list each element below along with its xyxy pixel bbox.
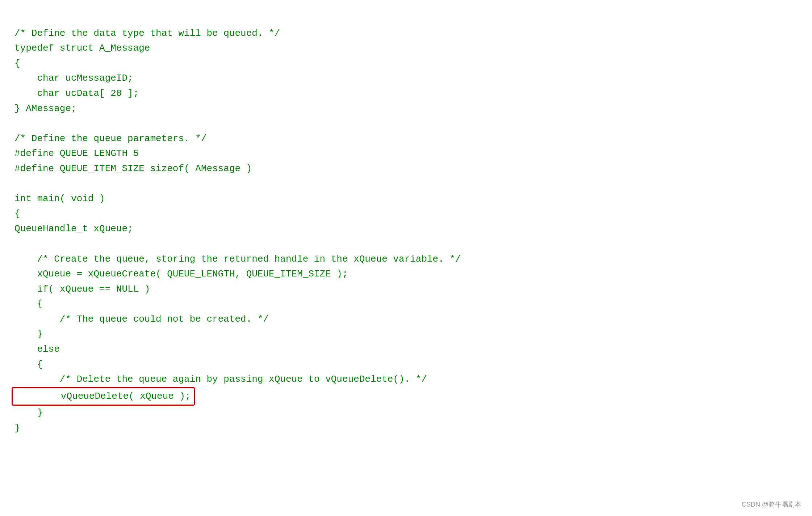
code-line [14,237,798,252]
code-line [14,116,798,131]
code-line: { [14,207,798,222]
code-line: #define QUEUE_LENGTH 5 [14,146,798,161]
code-line: } [14,421,798,436]
code-line: char ucMessageID; [14,71,798,86]
code-line: } [14,406,798,421]
code-line: typedef struct A_Message [14,41,798,56]
code-line: { [14,56,798,71]
code-line: /* Define the data type that will be que… [14,26,798,41]
code-line: QueueHandle_t xQueue; [14,221,798,237]
code-line: else [14,342,798,357]
code-line: #define QUEUE_ITEM_SIZE sizeof( AMessage… [14,161,798,177]
code-line: int main( void ) [14,191,798,207]
code-line [14,177,798,192]
code-line: } [14,327,798,342]
code-line: vQueueDelete( xQueue ); [14,387,798,406]
code-line: /* Create the queue, storing the returne… [14,252,798,267]
code-line: char ucData[ 20 ]; [14,86,798,101]
code-line: xQueue = xQueueCreate( QUEUE_LENGTH, QUE… [14,267,798,282]
code-line: } AMessage; [14,101,798,117]
code-line: { [14,297,798,312]
highlighted-code-line: vQueueDelete( xQueue ); [12,387,195,406]
code-line: /* Delete the queue again by passing xQu… [14,372,798,387]
code-line: /* Define the queue parameters. */ [14,131,798,147]
code-line: /* The queue could not be created. */ [14,312,798,327]
code-block: /* Define the data type that will be que… [14,11,798,436]
watermark: CSDN @骑牛唱剧本 [742,500,801,509]
code-line: { [14,357,798,372]
code-line: if( xQueue == NULL ) [14,282,798,297]
